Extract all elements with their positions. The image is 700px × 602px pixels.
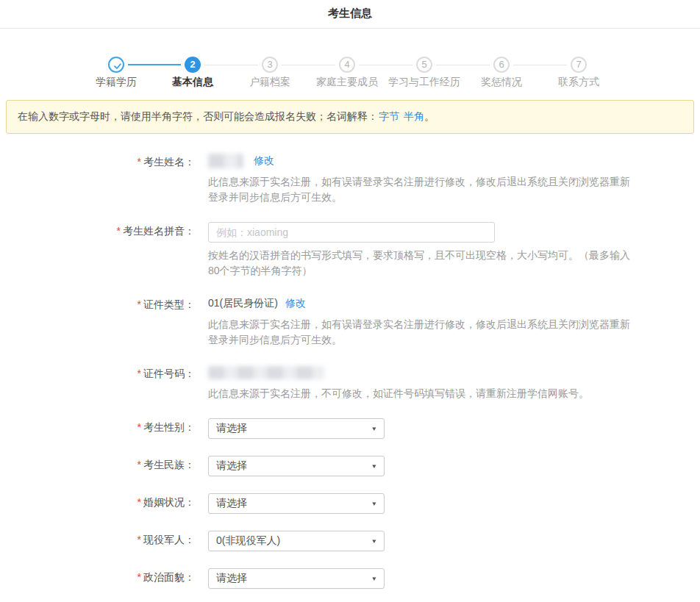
military-service-select-value: 0(非现役军人) (216, 534, 280, 548)
id-type-label: 证件类型： (143, 298, 195, 310)
field-id-number: *证件号码： 此信息来源于实名注册，不可修改，如证件号码填写错误，请重新注册学信… (0, 365, 700, 401)
ethnicity-label: 考生民族： (143, 459, 195, 470)
step-number: 2 (185, 57, 201, 73)
required-asterisk: * (138, 571, 141, 583)
required-asterisk: * (138, 496, 141, 508)
required-asterisk: * (117, 225, 121, 237)
military-service-label: 现役军人： (143, 534, 195, 545)
step-label: 联系方式 (531, 76, 626, 89)
candidate-info-form: *考生姓名： 修改 此信息来源于实名注册，如有误请登录实名注册进行修改，修改后退… (0, 153, 700, 602)
step-number: 5 (416, 57, 432, 73)
id-number-label: 证件号码： (143, 368, 195, 379)
field-military-service: *现役军人： 0(非现役军人) ▼ (0, 531, 700, 551)
halfwidth-notice-banner: 在输入数字或字母时，请使用半角字符，否则可能会造成报名失败；名词解释：字节半角。 (6, 100, 694, 134)
step-number: 3 (262, 57, 278, 73)
ethnicity-select-value: 请选择 (216, 459, 247, 473)
required-asterisk: * (138, 156, 141, 168)
name-pinyin-label: 考生姓名拼音： (123, 225, 195, 237)
dropdown-arrow-icon: ▼ (371, 463, 378, 470)
field-ethnicity: *考生民族： 请选择 ▼ (0, 456, 700, 476)
masked-candidate-name-value (208, 154, 243, 168)
page-header: 考生信息 (0, 0, 700, 29)
political-status-select[interactable]: 请选择 ▼ (208, 568, 385, 589)
gender-select[interactable]: 请选择 ▼ (208, 418, 385, 439)
field-political-status: *政治面貌： 请选择 ▼ (0, 568, 700, 589)
field-id-type: *证件类型： 01(居民身份证) 修改 此信息来源于实名注册，如有误请登录实名注… (0, 295, 700, 348)
marital-status-select-value: 请选择 (216, 497, 247, 510)
notice-period: 。 (424, 110, 435, 122)
candidate-name-help-text: 此信息来源于实名注册，如有误请登录实名注册进行修改，修改后退出系统且关闭浏览器重… (208, 174, 632, 205)
id-type-value: 01(居民身份证) (208, 297, 278, 310)
dropdown-arrow-icon: ▼ (371, 538, 378, 545)
field-candidate-name: *考生姓名： 修改 此信息来源于实名注册，如有误请登录实名注册进行修改，修改后退… (0, 153, 700, 205)
required-asterisk: * (138, 298, 141, 310)
name-pinyin-help-text: 按姓名的汉语拼音的书写形式填写，要求顶格写，且不可出现空格，大小写均可。（最多输… (208, 248, 632, 279)
gender-select-value: 请选择 (216, 422, 247, 435)
candidate-name-label: 考生姓名： (143, 156, 195, 168)
dropdown-arrow-icon: ▼ (371, 576, 378, 582)
political-status-label: 政治面貌： (143, 571, 195, 583)
required-asterisk: * (138, 421, 141, 433)
modify-name-link[interactable]: 修改 (254, 154, 274, 168)
marital-status-select[interactable]: 请选择 ▼ (208, 493, 385, 514)
halfwidth-definition-link[interactable]: 半角 (404, 110, 424, 122)
gender-label: 考生性别： (143, 421, 195, 433)
byte-definition-link[interactable]: 字节 (379, 110, 399, 122)
military-service-select[interactable]: 0(非现役军人) ▼ (208, 531, 385, 551)
required-asterisk: * (138, 368, 141, 379)
page-title: 考生信息 (0, 7, 700, 21)
required-asterisk: * (138, 459, 141, 470)
id-number-help-text: 此信息来源于实名注册，不可修改，如证件号码填写错误，请重新注册学信网账号。 (208, 386, 632, 401)
dropdown-arrow-icon: ▼ (371, 501, 378, 507)
field-name-pinyin: *考生姓名拼音： 按姓名的汉语拼音的书写形式填写，要求顶格写，且不可出现空格，大… (0, 222, 700, 279)
required-asterisk: * (138, 534, 141, 545)
ethnicity-select[interactable]: 请选择 ▼ (208, 456, 385, 476)
notice-text: 在输入数字或字母时，请使用半角字符，否则可能会造成报名失败；名词解释： (18, 110, 378, 122)
name-pinyin-input[interactable] (208, 222, 495, 243)
step-item-7: 7 联系方式 (531, 57, 626, 89)
step-wizard: 学籍学历 2 基本信息 3 户籍档案 4 家庭主要成员 5 学习与工作经历 6 … (0, 57, 700, 100)
step-number: 4 (339, 57, 355, 73)
step-number: 7 (571, 57, 587, 73)
field-marital-status: *婚姻状况： 请选择 ▼ (0, 493, 700, 514)
step-number: 6 (493, 57, 510, 73)
dropdown-arrow-icon: ▼ (371, 426, 378, 432)
id-type-help-text: 此信息来源于实名注册，如有误请登录实名注册进行修改，修改后退出系统且关闭浏览器重… (208, 317, 632, 348)
modify-id-type-link[interactable]: 修改 (285, 297, 306, 310)
political-status-select-value: 请选择 (216, 572, 247, 585)
masked-id-number-value (208, 366, 324, 379)
field-gender: *考生性别： 请选择 ▼ (0, 418, 700, 439)
marital-status-label: 婚姻状况： (143, 496, 195, 508)
check-icon (108, 57, 124, 73)
